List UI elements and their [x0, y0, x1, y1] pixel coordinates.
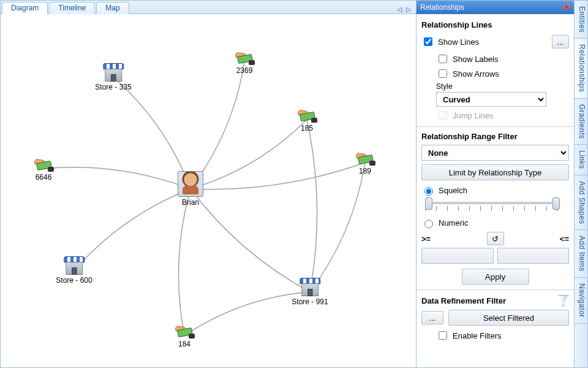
transaction-icon	[296, 107, 317, 123]
transaction-icon	[355, 150, 375, 166]
transaction-icon	[234, 49, 255, 65]
squelch-label: Squelch	[439, 186, 467, 195]
side-tab-navigator[interactable]: Navigator	[575, 278, 587, 324]
show-arrows-input[interactable]	[439, 69, 447, 78]
node-n189[interactable]: 189	[355, 150, 375, 175]
node-label: Store - 335	[95, 83, 131, 91]
tab-diagram[interactable]: Diagram	[2, 2, 48, 14]
store-icon	[300, 278, 320, 296]
edge[interactable]	[307, 120, 317, 292]
show-lines-input[interactable]	[424, 37, 432, 46]
node-n2369[interactable]: 2369	[234, 49, 255, 75]
tab-scroll-right-icon[interactable]: ▷	[405, 6, 412, 13]
limit-by-type-button[interactable]: Limit by Relationship Type	[421, 164, 569, 180]
relationships-panel: Relationships 📌 Relationship Lines Show …	[417, 0, 575, 368]
edge[interactable]	[190, 163, 365, 190]
numeric-label: Numeric	[439, 218, 468, 228]
diagram-canvas[interactable]: BrianStore - 33523691851896646Store - 60…	[1, 14, 416, 367]
range-filter-select[interactable]: None	[421, 145, 569, 161]
enable-filters-input[interactable]	[439, 331, 447, 340]
lte-label: <=	[554, 234, 569, 243]
node-n6646[interactable]: 6646	[33, 156, 54, 182]
lines-options-button[interactable]: ...	[552, 35, 569, 48]
edge[interactable]	[190, 62, 244, 189]
side-tab-entities[interactable]: Entities	[575, 1, 587, 39]
edge[interactable]	[190, 189, 310, 292]
panel-title-text: Relationships	[420, 3, 464, 12]
side-tab-add-items[interactable]: Add Items	[575, 230, 587, 278]
style-select[interactable]: Curved	[436, 92, 546, 107]
range-filter-heading: Relationship Range Filter	[421, 132, 569, 141]
store-icon	[103, 63, 124, 82]
store-icon	[64, 256, 85, 275]
side-tab-links[interactable]: Links	[575, 145, 587, 175]
numeric-radio[interactable]: Numeric	[421, 218, 569, 228]
show-labels-input[interactable]	[439, 55, 447, 63]
show-labels-checkbox[interactable]: Show Labels	[436, 53, 569, 65]
side-tab-relationships[interactable]: Relationships	[575, 39, 587, 99]
gte-label: >=	[421, 234, 436, 243]
squelch-radio-input[interactable]	[424, 187, 433, 196]
data-refinement-label: Data Refinement Filter	[421, 296, 506, 305]
select-filtered-button[interactable]: Select Filtered	[448, 310, 569, 326]
person-icon	[178, 171, 203, 197]
edge[interactable]	[184, 292, 310, 335]
edge[interactable]	[179, 189, 190, 335]
node-s991[interactable]: Store - 991	[292, 278, 328, 306]
node-s335[interactable]: Store - 335	[95, 63, 131, 91]
side-tab-add-shapes[interactable]: Add Shapes	[575, 175, 587, 230]
tab-map[interactable]: Map	[96, 2, 129, 14]
edge[interactable]	[190, 120, 307, 189]
show-lines-label: Show Lines	[438, 37, 479, 47]
data-refinement-options-button[interactable]: ...	[421, 311, 443, 324]
node-n185[interactable]: 185	[296, 107, 317, 132]
jump-lines-label: Jump Lines	[453, 111, 493, 120]
style-label: Style	[436, 82, 569, 91]
side-tab-strip: EntitiesRelationshipsGradientsLinksAdd S…	[575, 0, 588, 368]
squelch-thumb-left[interactable]	[425, 197, 432, 210]
tab-scroll-left-icon[interactable]: ◁	[396, 6, 403, 13]
edge[interactable]	[43, 167, 190, 189]
jump-lines-input	[439, 111, 447, 120]
show-arrows-label: Show Arrows	[453, 69, 499, 79]
enable-filters-label: Enable Filters	[453, 331, 501, 340]
squelch-radio[interactable]: Squelch	[421, 185, 569, 196]
panel-titlebar: Relationships 📌	[417, 1, 574, 14]
side-tab-gradients[interactable]: Gradients	[575, 99, 587, 145]
jump-lines-checkbox: Jump Lines	[436, 109, 569, 121]
show-labels-label: Show Labels	[453, 55, 498, 64]
pin-icon[interactable]: 📌	[561, 3, 570, 12]
numeric-radio-input[interactable]	[424, 220, 433, 228]
reset-icon: ↺	[492, 234, 499, 243]
node-s600[interactable]: Store - 600	[56, 256, 92, 285]
node-label: 185	[296, 124, 317, 132]
relationship-lines-heading: Relationship Lines	[421, 20, 569, 29]
transaction-icon	[174, 323, 195, 339]
squelch-slider[interactable]	[425, 199, 569, 213]
node-label: 189	[355, 167, 375, 175]
node-label: Store - 991	[292, 297, 328, 306]
edge[interactable]	[310, 163, 365, 292]
node-n184[interactable]: 184	[174, 323, 195, 348]
transaction-icon	[33, 156, 54, 172]
funnel-icon[interactable]	[558, 295, 569, 306]
enable-filters-checkbox[interactable]: Enable Filters	[436, 329, 569, 342]
node-brian[interactable]: Brian	[178, 171, 203, 207]
edge-layer	[1, 14, 416, 367]
data-refinement-heading: Data Refinement Filter	[421, 295, 569, 306]
squelch-thumb-right[interactable]	[552, 197, 560, 210]
view-tabs: DiagramTimelineMap ◁ ▷	[1, 1, 416, 14]
node-label: Brian	[178, 198, 203, 207]
apply-button[interactable]: Apply	[462, 269, 529, 285]
lte-input[interactable]	[497, 248, 570, 264]
tab-timeline[interactable]: Timeline	[49, 2, 95, 14]
node-label: Store - 600	[56, 276, 92, 285]
tab-scroll-controls: ◁ ▷	[396, 6, 412, 13]
panel-body: Relationship Lines Show Lines ... Show L…	[417, 14, 574, 367]
gte-input[interactable]	[421, 248, 494, 264]
show-lines-checkbox[interactable]: Show Lines	[421, 36, 479, 48]
numeric-reset-button[interactable]: ↺	[487, 232, 504, 245]
node-label: 184	[174, 340, 195, 348]
show-arrows-checkbox[interactable]: Show Arrows	[436, 67, 569, 80]
node-label: 2369	[234, 66, 255, 75]
